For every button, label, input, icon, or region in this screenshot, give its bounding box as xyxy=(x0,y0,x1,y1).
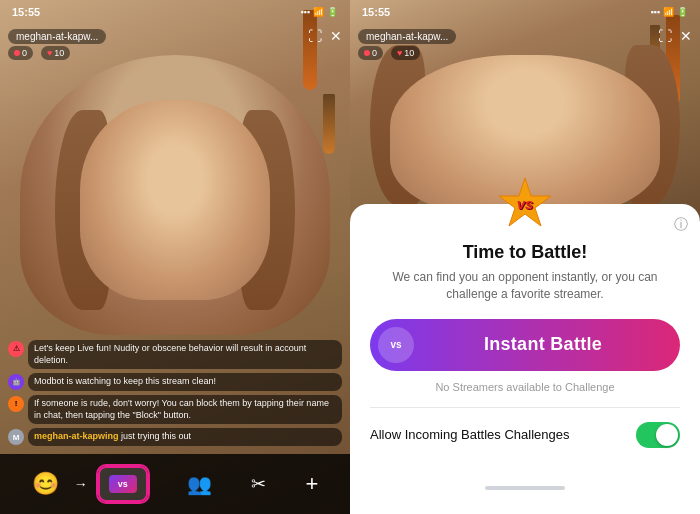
no-streamers-text: No Streamers available to Challenge xyxy=(435,381,614,393)
chat-username: meghan-at-kapwing xyxy=(34,431,119,441)
left-phone: 15:55 ▪▪▪ 📶 🔋 meghan-at-kapw... ⛶ ✕ 0 ♥ … xyxy=(0,0,350,514)
vs-text: vs xyxy=(517,195,534,212)
right-wifi-icon: 📶 xyxy=(663,7,674,17)
vs-pill: vs xyxy=(378,327,414,363)
pink-outline xyxy=(96,464,150,504)
left-bottom-nav: 😊 → vs 👥 ✂ + xyxy=(0,454,350,514)
right-viewer-badge: 0 xyxy=(358,46,383,60)
allow-battles-label: Allow Incoming Battles Challenges xyxy=(370,427,569,442)
signal-icon: ▪▪▪ xyxy=(300,7,310,17)
left-top-right-icons: ⛶ ✕ xyxy=(308,28,342,44)
close-icon[interactable]: ✕ xyxy=(330,28,342,44)
right-signal-icon: ▪▪▪ xyxy=(650,7,660,17)
right-heart-badge: ♥ 10 xyxy=(391,46,420,60)
left-stats-row: 0 ♥ 10 xyxy=(8,46,70,60)
wifi-icon: 📶 xyxy=(313,7,324,17)
heart-count-badge: ♥ 10 xyxy=(41,46,70,60)
vs-icon-big: vs xyxy=(497,176,553,232)
chat-text-3: If someone is rude, don't worry! You can… xyxy=(28,395,342,424)
bottom-home-indicator xyxy=(485,486,565,490)
chat-text-2: Modbot is watching to keep this stream c… xyxy=(28,373,342,391)
left-top-bar: meghan-at-kapw... ⛶ ✕ xyxy=(0,24,350,48)
toggle-knob xyxy=(656,424,678,446)
right-status-icons: ▪▪▪ 📶 🔋 xyxy=(650,7,688,17)
left-username-badge: meghan-at-kapw... xyxy=(8,29,106,44)
chat-area: ⚠ Let's keep Live fun! Nudity or obscene… xyxy=(8,340,342,446)
battle-modal: ⓘ vs Time to Battle! We can find you an … xyxy=(350,204,700,514)
chat-text-4: meghan-at-kapwing just trying this out xyxy=(28,428,342,446)
right-top-right-icons: ⛶ ✕ xyxy=(658,28,692,44)
right-stats-row: 0 ♥ 10 xyxy=(358,46,420,60)
vs-battle-button[interactable]: vs xyxy=(98,466,148,502)
right-status-bar: 15:55 ▪▪▪ 📶 🔋 xyxy=(350,0,700,24)
chat-message-2: 🤖 Modbot is watching to keep this stream… xyxy=(8,373,342,391)
add-button[interactable]: + xyxy=(305,471,318,497)
arrow-indicator: → xyxy=(74,476,88,492)
effects-button[interactable]: ✂ xyxy=(251,473,266,495)
vs-star-container: vs xyxy=(497,176,553,232)
allow-battles-toggle[interactable] xyxy=(636,422,680,448)
modal-info-icon[interactable]: ⓘ xyxy=(674,216,688,234)
battery-icon: 🔋 xyxy=(327,7,338,17)
right-battery-icon: 🔋 xyxy=(677,7,688,17)
live-dot xyxy=(14,50,20,56)
chat-message-3: ! If someone is rude, don't worry! You c… xyxy=(8,395,342,424)
right-close-icon[interactable]: ✕ xyxy=(680,28,692,44)
left-time: 15:55 xyxy=(12,6,40,18)
face-area xyxy=(80,100,270,300)
right-username-badge: meghan-at-kapw... xyxy=(358,29,456,44)
comment-button[interactable]: 😊 xyxy=(32,471,59,497)
vs-nav-container: → vs xyxy=(98,466,148,502)
modal-title: Time to Battle! xyxy=(463,242,588,263)
chat-message-1: ⚠ Let's keep Live fun! Nudity or obscene… xyxy=(8,340,342,369)
modal-divider xyxy=(370,407,680,408)
heart-icon: ♥ xyxy=(47,48,52,58)
user-avatar: M xyxy=(8,429,24,445)
vs-pill-label: vs xyxy=(390,339,401,350)
right-top-bar: meghan-at-kapw... ⛶ ✕ xyxy=(350,24,700,48)
left-status-bar: 15:55 ▪▪▪ 📶 🔋 xyxy=(0,0,350,24)
allow-battles-row: Allow Incoming Battles Challenges xyxy=(370,422,680,448)
instant-battle-button[interactable]: vs Instant Battle xyxy=(370,319,680,371)
chat-text-1: Let's keep Live fun! Nudity or obscene b… xyxy=(28,340,342,369)
info-chat-icon: ! xyxy=(8,396,24,412)
modbot-icon: 🤖 xyxy=(8,374,24,390)
right-viewer-count: 0 xyxy=(372,48,377,58)
chat-message-4: M meghan-at-kapwing just trying this out xyxy=(8,428,342,446)
right-phone: 15:55 ▪▪▪ 📶 🔋 meghan-at-kapw... ⛶ ✕ 0 ♥ … xyxy=(350,0,700,514)
instant-battle-label: Instant Battle xyxy=(414,334,672,355)
heart-count: 10 xyxy=(54,48,64,58)
modal-description: We can find you an opponent instantly, o… xyxy=(370,269,680,303)
viewer-count: 0 xyxy=(22,48,27,58)
expand-icon[interactable]: ⛶ xyxy=(308,28,322,44)
viewer-count-badge: 0 xyxy=(8,46,33,60)
warning-icon: ⚠ xyxy=(8,341,24,357)
friends-button[interactable]: 👥 xyxy=(187,472,212,496)
left-status-icons: ▪▪▪ 📶 🔋 xyxy=(300,7,338,17)
right-expand-icon[interactable]: ⛶ xyxy=(658,28,672,44)
right-heart-icon: ♥ xyxy=(397,48,402,58)
right-time: 15:55 xyxy=(362,6,390,18)
right-live-dot xyxy=(364,50,370,56)
right-heart-count: 10 xyxy=(404,48,414,58)
